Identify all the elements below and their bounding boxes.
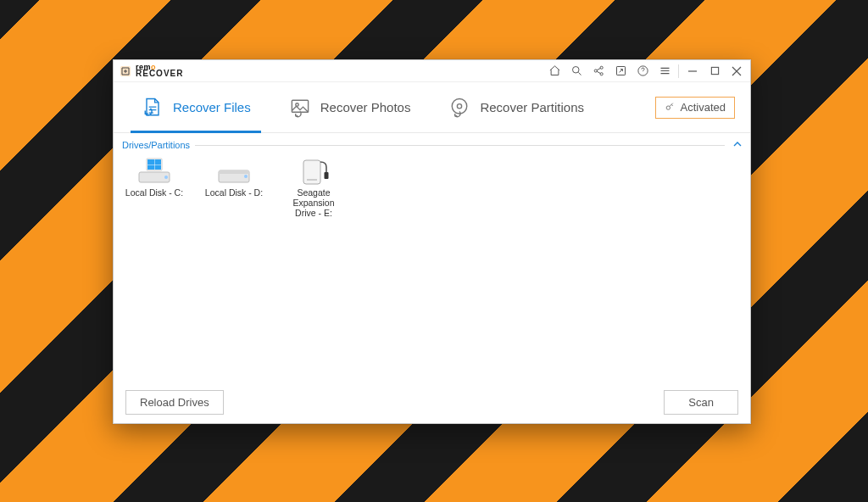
titlebar-separator <box>678 64 679 78</box>
svg-rect-17 <box>155 159 162 165</box>
svg-point-1 <box>572 67 579 74</box>
drive-item-c[interactable]: Local Disk - C: <box>122 157 186 198</box>
photos-icon <box>288 96 312 120</box>
titlebar: remo RECOVER <box>114 60 750 82</box>
minimize-button[interactable] <box>682 62 703 81</box>
svg-rect-21 <box>219 170 249 174</box>
drive-item-e[interactable]: Seagate Expansion Drive - E: <box>281 157 346 218</box>
svg-point-12 <box>666 105 670 109</box>
maximize-button[interactable] <box>704 62 725 81</box>
drive-label: Seagate Expansion Drive - E: <box>281 187 346 218</box>
svg-rect-25 <box>325 172 329 179</box>
partitions-icon <box>448 96 471 120</box>
share-icon[interactable] <box>588 62 609 81</box>
drive-label: Local Disk - C: <box>125 187 183 198</box>
scan-button[interactable]: Scan <box>664 390 738 415</box>
svg-point-22 <box>244 175 248 178</box>
svg-rect-16 <box>147 159 154 165</box>
external-link-icon[interactable] <box>610 62 631 81</box>
drive-internal-icon <box>215 157 253 184</box>
drive-external-icon <box>295 157 332 184</box>
app-logo-text: remo RECOVER <box>136 64 183 77</box>
svg-rect-18 <box>147 165 154 170</box>
tab-label: Recover Partitions <box>480 100 584 114</box>
svg-rect-24 <box>307 179 317 181</box>
home-icon[interactable] <box>544 62 565 81</box>
drive-item-d[interactable]: Local Disk - D: <box>202 157 266 198</box>
app-logo: remo RECOVER <box>119 64 183 78</box>
collapse-icon[interactable] <box>733 140 742 150</box>
svg-point-14 <box>164 176 168 179</box>
section-line <box>195 145 725 146</box>
tab-label: Recover Photos <box>320 100 411 114</box>
help-icon[interactable] <box>632 62 653 81</box>
tab-label: Recover Files <box>173 100 251 114</box>
close-button[interactable] <box>726 62 747 81</box>
drives-area: Local Disk - C: Local Disk - D: <box>114 152 750 382</box>
titlebar-right <box>544 62 747 81</box>
section-label: Drives/Partitions <box>122 140 190 150</box>
activated-label: Activated <box>681 101 726 114</box>
key-icon <box>665 101 676 114</box>
svg-point-11 <box>458 103 462 108</box>
svg-rect-7 <box>711 67 718 74</box>
reload-drives-button[interactable]: Reload Drives <box>125 390 224 415</box>
activated-badge[interactable]: Activated <box>655 97 735 119</box>
search-icon[interactable] <box>566 62 587 81</box>
tabs-row: Recover Files Recover Photos Recover P <box>114 82 750 133</box>
section-header: Drives/Partitions <box>114 133 750 152</box>
tab-recover-photos[interactable]: Recover Photos <box>270 82 430 132</box>
drive-internal-windows-icon <box>136 157 173 184</box>
menu-icon[interactable] <box>654 62 675 81</box>
drive-label: Local Disk - D: <box>205 187 263 198</box>
logo-line2: RECOVER <box>136 70 183 77</box>
files-icon <box>141 96 164 120</box>
svg-rect-19 <box>155 165 162 170</box>
bottom-bar: Reload Drives Scan <box>114 382 750 423</box>
tab-recover-partitions[interactable]: Recover Partitions <box>429 82 603 132</box>
app-logo-icon <box>119 64 132 78</box>
app-window: remo RECOVER <box>113 59 751 424</box>
tab-recover-files[interactable]: Recover Files <box>122 82 270 132</box>
